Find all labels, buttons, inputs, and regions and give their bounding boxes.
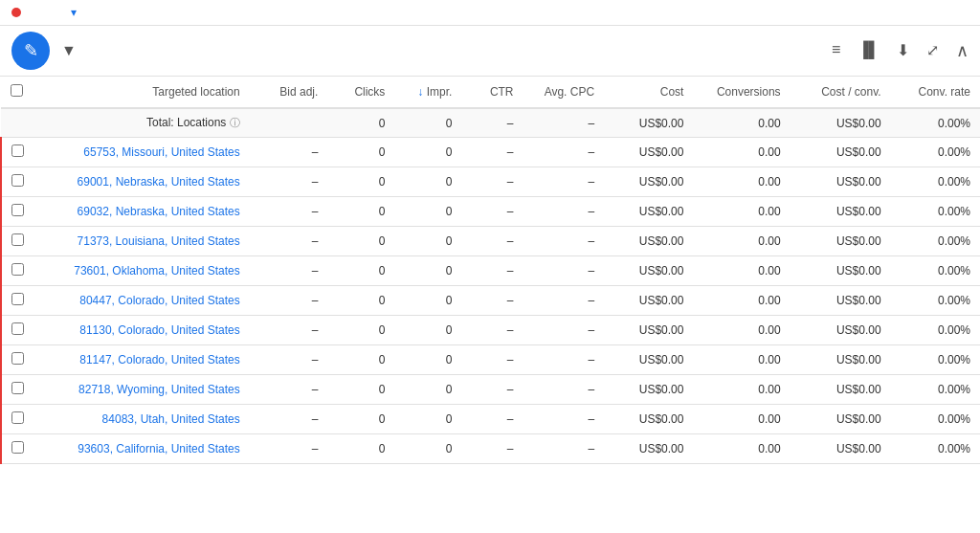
location-name-link[interactable]: 69001, Nebraska, United States: [78, 175, 240, 189]
location-cell: 71373, Louisiana, United States: [33, 227, 250, 256]
cell-cost: US$0.00: [604, 138, 693, 167]
table-row: 71373, Louisiana, United States–00––US$0…: [1, 227, 980, 256]
cell-clicks: 0: [327, 138, 394, 167]
cell-conversions: 0.00: [693, 405, 790, 434]
download-button[interactable]: ⬇: [897, 41, 909, 61]
cell-bid: –: [250, 375, 328, 405]
location-name-link[interactable]: 73601, Oklahoma, United States: [74, 264, 239, 278]
table-row: 84083, Utah, United States–00––US$0.000.…: [1, 405, 980, 434]
cell-convRate: 0.00%: [891, 345, 980, 375]
more-details-link[interactable]: ▾: [67, 6, 77, 19]
location-name-link[interactable]: 80447, Colorado, United States: [79, 294, 239, 307]
select-all-checkbox[interactable]: [11, 84, 23, 97]
row-checkbox-cell: [1, 138, 33, 167]
cell-ctr: –: [461, 256, 523, 286]
cell-cpc: –: [523, 316, 605, 345]
cell-cpc: –: [523, 197, 605, 227]
cell-cpc: –: [523, 345, 605, 375]
cell-convRate: 0.00%: [891, 138, 980, 167]
cell-cost: US$0.00: [604, 197, 693, 227]
location-cell: 69032, Nebraska, United States: [33, 197, 250, 227]
row-checkbox[interactable]: [11, 411, 24, 424]
row-checkbox-cell: [1, 434, 33, 464]
location-name-link[interactable]: 65753, Missouri, United States: [83, 145, 239, 159]
collapse-button[interactable]: ∧: [956, 40, 969, 61]
row-checkbox[interactable]: [11, 233, 24, 246]
cell-cost: US$0.00: [604, 405, 693, 434]
cell-bid: –: [250, 256, 328, 286]
info-icon: ⓘ: [230, 117, 240, 128]
filter-icon[interactable]: ▼: [61, 42, 77, 59]
table-row: 82718, Wyoming, United States–00––US$0.0…: [1, 375, 980, 405]
cell-conversions: 0.00: [693, 227, 790, 256]
row-checkbox[interactable]: [11, 204, 24, 216]
cell-ctr: –: [461, 227, 523, 256]
cell-conversions: 0.00: [693, 286, 790, 316]
location-name-link[interactable]: 84083, Utah, United States: [102, 412, 240, 426]
locations-table: Targeted location Bid adj. Clicks ↓ Impr…: [0, 77, 980, 464]
cell-cpc: –: [523, 227, 605, 256]
header-checkbox-cell: [1, 77, 33, 108]
total-conv-rate: 0.00%: [891, 108, 980, 138]
row-checkbox-cell: [1, 286, 33, 316]
cell-ctr: –: [461, 286, 523, 316]
location-name-link[interactable]: 71373, Louisiana, United States: [78, 234, 240, 248]
row-checkbox-cell: [1, 227, 33, 256]
location-cell: 81147, Colorado, United States: [33, 345, 250, 375]
cell-clicks: 0: [327, 375, 394, 405]
cell-clicks: 0: [327, 345, 394, 375]
header-impr[interactable]: ↓ Impr.: [394, 77, 461, 108]
cell-clicks: 0: [327, 227, 394, 256]
total-clicks: 0: [327, 108, 394, 138]
total-impr: 0: [394, 108, 461, 138]
table-row: 69032, Nebraska, United States–00––US$0.…: [1, 197, 980, 227]
location-name-link[interactable]: 93603, California, United States: [78, 442, 239, 455]
location-name-link[interactable]: 81147, Colorado, United States: [79, 353, 239, 366]
total-bid: [250, 108, 328, 138]
cell-cpc: –: [523, 375, 605, 405]
header-conv-rate: Conv. rate: [891, 77, 980, 108]
location-cell: 81130, Colorado, United States: [33, 316, 250, 345]
location-cell: 69001, Nebraska, United States: [33, 167, 250, 197]
sort-arrow-icon: ↓: [417, 85, 423, 99]
cell-clicks: 0: [327, 256, 394, 286]
row-checkbox[interactable]: [11, 263, 24, 276]
cell-costConv: US$0.00: [791, 345, 891, 375]
segment-button[interactable]: ≡: [832, 41, 840, 60]
cell-bid: –: [250, 197, 328, 227]
edit-fab-button[interactable]: ✎: [11, 32, 50, 70]
cell-cost: US$0.00: [604, 227, 693, 256]
cell-impr: 0: [394, 138, 461, 167]
header-cpc: Avg. CPC: [523, 77, 605, 108]
cell-cost: US$0.00: [604, 256, 693, 286]
cell-clicks: 0: [327, 286, 394, 316]
columns-button[interactable]: ▐▌: [858, 41, 880, 60]
row-checkbox-cell: [1, 316, 33, 345]
cell-conversions: 0.00: [693, 316, 790, 345]
location-name-link[interactable]: 82718, Wyoming, United States: [78, 383, 240, 396]
row-checkbox[interactable]: [11, 174, 24, 187]
cell-ctr: –: [461, 197, 523, 227]
cell-impr: 0: [394, 256, 461, 286]
cell-costConv: US$0.00: [791, 138, 891, 167]
cell-bid: –: [250, 167, 328, 197]
cell-conversions: 0.00: [693, 375, 790, 405]
expand-button[interactable]: ⤢: [926, 41, 939, 61]
row-checkbox[interactable]: [11, 352, 24, 365]
row-checkbox[interactable]: [11, 441, 24, 454]
row-checkbox[interactable]: [11, 322, 24, 335]
cell-impr: 0: [394, 405, 461, 434]
cell-convRate: 0.00%: [891, 434, 980, 464]
location-name-link[interactable]: 69032, Nebraska, United States: [78, 205, 240, 218]
columns-icon: ▐▌: [858, 41, 880, 58]
row-checkbox[interactable]: [11, 382, 24, 394]
location-name-link[interactable]: 81130, Colorado, United States: [79, 323, 239, 337]
location-cell: 73601, Oklahoma, United States: [33, 256, 250, 286]
row-checkbox[interactable]: [11, 144, 24, 157]
toolbar-left: ✎ ▼: [11, 32, 88, 70]
table-row: 81147, Colorado, United States–00––US$0.…: [1, 345, 980, 375]
row-checkbox[interactable]: [11, 293, 24, 305]
cell-impr: 0: [394, 197, 461, 227]
table-row: 81130, Colorado, United States–00––US$0.…: [1, 316, 980, 345]
cell-impr: 0: [394, 345, 461, 375]
